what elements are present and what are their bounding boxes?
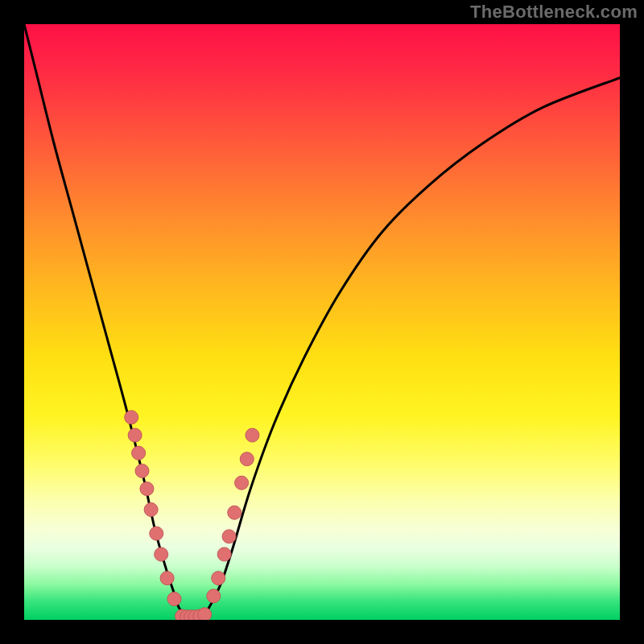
marker-group: [125, 411, 259, 620]
data-marker: [246, 428, 259, 442]
data-marker: [228, 506, 242, 519]
chart-frame: TheBottleneck.com: [0, 0, 644, 644]
bottleneck-curve: [24, 24, 620, 617]
data-marker: [125, 411, 138, 424]
data-marker: [155, 547, 168, 561]
data-marker: [217, 547, 231, 561]
data-marker: [150, 526, 163, 540]
data-marker: [240, 452, 254, 466]
data-marker: [132, 446, 146, 460]
data-marker: [198, 608, 212, 620]
data-marker: [160, 572, 174, 585]
data-marker: [167, 592, 181, 606]
data-marker: [135, 464, 149, 477]
watermark-text: TheBottleneck.com: [470, 2, 638, 23]
data-marker: [222, 530, 236, 543]
data-marker: [144, 503, 158, 517]
data-marker: [207, 589, 221, 603]
data-marker: [212, 572, 225, 585]
plot-area: [24, 24, 620, 620]
data-marker: [140, 482, 154, 496]
data-marker: [128, 428, 142, 442]
curve-layer: [24, 24, 620, 620]
data-marker: [235, 476, 249, 489]
